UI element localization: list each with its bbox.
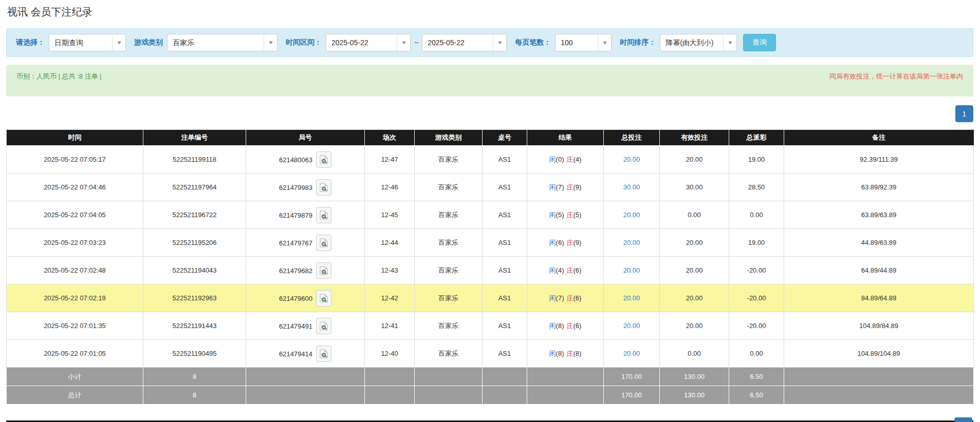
cell-result: 闲(6)庄(9)	[527, 229, 604, 257]
cell-round-no: 621479491	[246, 312, 365, 340]
cell-game-type: 百家乐	[415, 174, 483, 201]
video-film-icon	[320, 155, 328, 164]
player-result-score: (8)	[556, 322, 564, 330]
video-replay-button[interactable]	[316, 318, 331, 334]
chevron-down-icon[interactable]	[598, 34, 611, 51]
cell-game-type: 百家乐	[415, 284, 483, 312]
round-no: 621480063	[279, 156, 312, 163]
cell-session: 12-45	[365, 201, 415, 229]
cell-valid-bet: 20.00	[660, 312, 729, 340]
cell-round-no: 621479983	[246, 174, 365, 201]
page-1-button[interactable]: 1	[955, 105, 973, 122]
cell-result: 闲(8)庄(8)	[527, 340, 604, 368]
subtotal-round	[246, 368, 365, 386]
date-from-picker[interactable]: 2025-05-22	[326, 34, 411, 51]
chevron-down-icon[interactable]	[264, 34, 277, 51]
cell-remark: 104.89/84.89	[784, 312, 974, 340]
date-to-picker[interactable]: 2025-05-22	[422, 34, 507, 51]
video-film-icon	[320, 266, 328, 275]
video-replay-button[interactable]	[316, 346, 331, 362]
total-bet-link[interactable]: 30.00	[623, 183, 640, 191]
total-bet-link[interactable]: 20.00	[623, 322, 640, 330]
table-header: 时间注单编号局号场次游戏类别桌号结果总投注有效投注总派彩备注	[7, 130, 974, 146]
player-result-score: (8)	[556, 350, 564, 357]
subtotal-game	[415, 368, 483, 386]
video-replay-button[interactable]	[316, 235, 331, 251]
total-bet-link[interactable]: 20.00	[623, 266, 640, 274]
banker-result-score: (6)	[574, 294, 582, 302]
cell-table-no: AS1	[483, 174, 527, 201]
video-replay-button[interactable]	[316, 290, 331, 306]
video-replay-button[interactable]	[316, 151, 331, 168]
player-result-label: 闲	[549, 266, 556, 274]
cell-table-no: AS1	[483, 257, 527, 284]
grand-total-remark	[784, 386, 974, 405]
cell-time: 2025-05-22 07:04:46	[7, 174, 143, 201]
cell-bet-no: 522521192963	[143, 284, 246, 312]
player-result-score: (6)	[556, 239, 564, 246]
grand-total-valid-bet: 130.00	[660, 386, 729, 405]
banker-result-label: 庄	[567, 183, 574, 191]
page-size-value: 100	[556, 34, 598, 51]
cell-time: 2025-05-22 07:04:05	[7, 201, 143, 229]
cell-table-no: AS1	[483, 284, 527, 312]
video-film-icon	[320, 294, 328, 303]
subtotal-valid-bet: 130.00	[660, 368, 729, 386]
column-header: 桌号	[483, 130, 527, 146]
game-type-label: 游戏类别	[134, 38, 163, 47]
cell-remark: 63.89/92.39	[784, 174, 974, 201]
cell-total-bet: 20.00	[604, 146, 660, 174]
time-sort-select[interactable]: 降幂(由大到小)	[660, 34, 737, 51]
total-bet-link[interactable]: 20.00	[623, 294, 640, 302]
cell-round-no: 621480063	[246, 146, 365, 174]
total-bet-link[interactable]: 20.00	[623, 211, 640, 219]
banker-result-score: (6)	[574, 266, 582, 274]
table-row: 2025-05-22 07:02:48522521194043621479682…	[7, 257, 974, 284]
cell-round-no: 621479600	[246, 284, 365, 312]
cell-total-bet: 20.00	[604, 284, 660, 312]
column-header: 场次	[365, 130, 415, 146]
game-type-select[interactable]: 百家乐	[167, 34, 278, 51]
cell-time: 2025-05-22 07:02:48	[7, 257, 143, 284]
grand-total-round	[246, 386, 365, 405]
chevron-down-icon[interactable]	[112, 34, 125, 51]
total-bet-link[interactable]: 20.00	[623, 350, 640, 357]
search-button[interactable]: 查询	[743, 34, 776, 51]
total-bet-link[interactable]: 20.00	[623, 156, 640, 163]
video-film-icon	[320, 238, 328, 247]
chevron-down-icon[interactable]	[397, 34, 410, 51]
cell-bet-no: 522521190495	[143, 340, 246, 368]
date-to-value: 2025-05-22	[422, 34, 493, 51]
cell-valid-bet: 20.00	[660, 146, 729, 174]
cell-bet-no: 522521197964	[143, 174, 246, 201]
round-no: 621479767	[279, 239, 312, 246]
cell-time: 2025-05-22 07:02:19	[7, 284, 143, 312]
query-type-select[interactable]: 日期查询	[49, 34, 126, 51]
page-1-button-bottom[interactable]: 1	[954, 417, 972, 422]
cell-table-no: AS1	[483, 340, 527, 368]
date-from-value: 2025-05-22	[326, 34, 397, 51]
player-result-label: 闲	[549, 183, 556, 191]
cell-session: 12-43	[365, 257, 415, 284]
round-no: 621479879	[279, 211, 312, 219]
grand-total-label: 总计	[7, 386, 143, 405]
video-replay-button[interactable]	[316, 207, 331, 223]
column-header: 游戏类别	[415, 130, 483, 146]
video-replay-button[interactable]	[316, 179, 331, 196]
cell-session: 12-46	[365, 174, 415, 201]
table-header-row: 时间注单编号局号场次游戏类别桌号结果总投注有效投注总派彩备注	[7, 130, 974, 146]
query-type-label: 请选择：	[16, 38, 45, 47]
total-bet-link[interactable]: 20.00	[623, 239, 640, 246]
chevron-down-icon[interactable]	[493, 34, 506, 51]
column-header: 有效投注	[660, 130, 729, 146]
chevron-down-icon[interactable]	[723, 34, 736, 51]
cell-payout: 19.00	[729, 146, 784, 174]
game-type-value: 百家乐	[168, 34, 264, 51]
subtotal-total-bet: 170.00	[604, 368, 660, 386]
table-row: 2025-05-22 07:05:17522521199118621480063…	[7, 146, 974, 174]
cell-bet-no: 522521194043	[143, 257, 246, 284]
banker-result-label: 庄	[567, 294, 574, 302]
page-size-select[interactable]: 100	[555, 34, 612, 51]
video-replay-button[interactable]	[316, 262, 331, 279]
cell-round-no: 621479682	[246, 257, 365, 284]
